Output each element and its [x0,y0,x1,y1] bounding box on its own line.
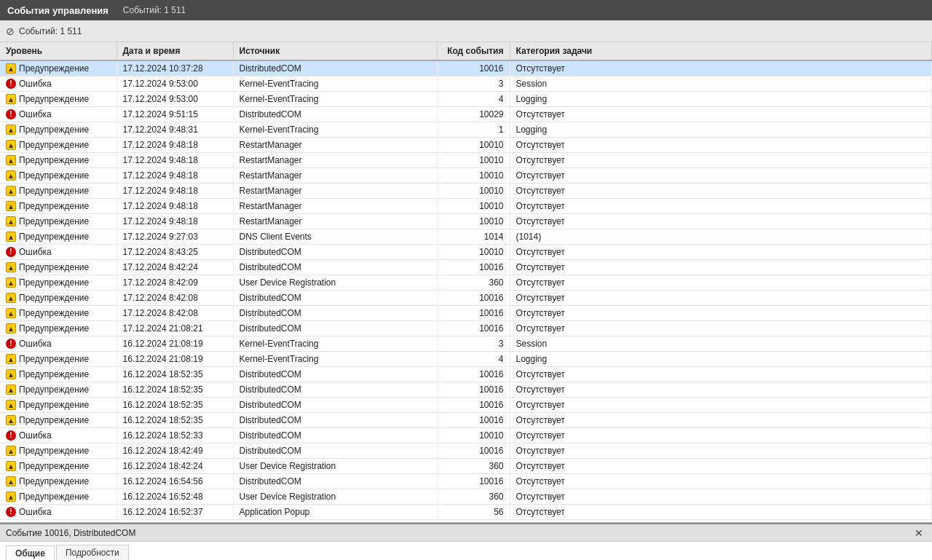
table-row[interactable]: !Ошибка17.12.2024 8:43:25DistributedCOM1… [0,245,932,260]
table-row[interactable]: ▲Предупреждение16.12.2024 18:52:35Distri… [0,382,932,398]
cell-level: ▲Предупреждение [0,474,116,489]
col-datetime[interactable]: Дата и время [116,42,233,60]
error-icon: ! [6,109,16,119]
col-task-category[interactable]: Категория задачи [510,42,932,60]
cell-event-code: 10010 [437,199,510,214]
cell-datetime: 16.12.2024 18:42:49 [116,443,233,459]
table-row[interactable]: ▲Предупреждение17.12.2024 9:27:03DNS Cli… [0,229,932,245]
cell-datetime: 17.12.2024 9:53:00 [116,92,233,107]
cell-level: ▲Предупреждение [0,168,116,184]
level-label: Ошибка [19,79,52,89]
cell-task-category: Отсутствует [510,107,932,122]
col-event-code[interactable]: Код события [437,42,510,60]
tab-general[interactable]: Общие [6,545,55,560]
level-label: Предупреждение [19,400,89,410]
cell-event-code: 10016 [437,474,510,489]
table-row[interactable]: ▲Предупреждение16.12.2024 16:52:48User D… [0,489,932,505]
table-row[interactable]: ▲Предупреждение16.12.2024 18:42:24User D… [0,459,932,474]
table-row[interactable]: !Ошибка16.12.2024 21:08:19Kernel-EventTr… [0,336,932,352]
level-label: Предупреждение [19,415,89,425]
table-row[interactable]: ▲Предупреждение16.12.2024 16:54:56Distri… [0,474,932,489]
warning-icon: ▲ [6,140,16,150]
cell-level: !Ошибка [0,505,116,520]
table-row[interactable]: !Ошибка17.12.2024 9:53:00Kernel-EventTra… [0,76,932,92]
tab-details[interactable]: Подробности [56,545,129,560]
level-label: Предупреждение [19,384,89,395]
cell-source: DistributedCOM [233,321,437,336]
cell-task-category: Logging [510,122,932,138]
cell-task-category: Отсутствует [510,443,932,459]
cell-source: DistributedCOM [233,474,437,489]
cell-datetime: 17.12.2024 9:48:18 [116,153,233,168]
event-total-count: Событий: 1 511 [123,5,186,15]
table-row[interactable]: ▲Предупреждение16.12.2024 18:42:49Distri… [0,443,932,459]
table-row[interactable]: !Ошибка17.12.2024 9:51:15DistributedCOM1… [0,107,932,122]
table-row[interactable]: ▲Предупреждение17.12.2024 8:42:08Distrib… [0,306,932,321]
cell-task-category: Отсутствует [510,413,932,428]
cell-datetime: 17.12.2024 9:48:18 [116,199,233,214]
table-row[interactable]: ▲Предупреждение17.12.2024 8:42:24Distrib… [0,260,932,275]
close-button[interactable]: ✕ [912,527,926,539]
cell-level: !Ошибка [0,336,116,352]
table-row[interactable]: !Ошибка16.12.2024 16:52:37Application Po… [0,505,932,520]
cell-task-category: Отсутствует [510,382,932,398]
level-label: Предупреждение [19,308,89,318]
cell-task-category: Отсутствует [510,306,932,321]
cell-task-category: Отсутствует [510,398,932,413]
table-row[interactable]: ▲Предупреждение17.12.2024 9:48:18Restart… [0,138,932,153]
level-label: Предупреждение [19,201,89,211]
table-header-row: Уровень Дата и время Источник Код событи… [0,42,932,60]
level-label: Предупреждение [19,476,89,486]
app-title: События управления [7,5,108,16]
cell-task-category: Отсутствует [510,275,932,291]
cell-task-category: Отсутствует [510,459,932,474]
table-row[interactable]: ▲Предупреждение16.12.2024 18:52:35Distri… [0,367,932,382]
warning-icon: ▲ [6,125,16,135]
level-label: Ошибка [19,430,52,441]
cell-event-code: 10010 [437,245,510,260]
cell-event-code: 4 [437,352,510,367]
level-label: Предупреждение [19,323,89,334]
warning-icon: ▲ [6,201,16,211]
table-row[interactable]: !Ошибка16.12.2024 18:52:33DistributedCOM… [0,428,932,443]
cell-datetime: 17.12.2024 9:53:00 [116,76,233,92]
table-row[interactable]: ▲Предупреждение16.12.2024 21:08:19Kernel… [0,352,932,367]
col-source[interactable]: Источник [233,42,437,60]
cell-task-category: (1014) [510,229,932,245]
cell-event-code: 4 [437,92,510,107]
cell-event-code: 360 [437,459,510,474]
table-row[interactable]: ▲Предупреждение17.12.2024 9:48:18Restart… [0,153,932,168]
table-row[interactable]: ▲Предупреждение17.12.2024 9:48:18Restart… [0,168,932,184]
table-body: ▲Предупреждение17.12.2024 10:37:28Distri… [0,60,932,523]
cell-level: ▲Предупреждение [0,275,116,291]
level-label: Предупреждение [19,293,89,303]
table-row[interactable]: ▲Предупреждение17.12.2024 10:37:28Distri… [0,60,932,76]
table-row[interactable]: ▲Предупреждение17.12.2024 9:48:18Restart… [0,184,932,199]
cell-level: ▲Предупреждение [0,214,116,229]
level-label: Предупреждение [19,232,89,242]
table-row[interactable]: ▲Предупреждение16.12.2024 18:52:35Distri… [0,398,932,413]
cell-task-category: Отсутствует [510,245,932,260]
table-row[interactable]: ▲Предупреждение17.12.2024 9:53:00Kernel-… [0,92,932,107]
warning-icon: ▲ [6,277,16,288]
cell-task-category: Отсутствует [510,168,932,184]
table-row[interactable]: ▲Предупреждение16.12.2024 18:52:35Distri… [0,413,932,428]
level-label: Предупреждение [19,125,89,135]
cell-source: DistributedCOM [233,382,437,398]
events-table-container[interactable]: Уровень Дата и время Источник Код событи… [0,42,932,523]
table-row[interactable]: ▲Предупреждение17.12.2024 9:48:18Restart… [0,199,932,214]
cell-event-code: 10016 [437,291,510,306]
table-row[interactable]: ▲Предупреждение17.12.2024 9:48:31Kernel-… [0,122,932,138]
warning-icon: ▲ [6,94,16,104]
filter-icon[interactable]: ⊘ [6,25,15,37]
warning-icon: ▲ [6,415,16,425]
table-row[interactable]: ▲Предупреждение17.12.2024 9:48:18Restart… [0,214,932,229]
table-row[interactable]: ▲Предупреждение17.12.2024 21:08:21Distri… [0,321,932,336]
level-label: Предупреждение [19,94,89,104]
table-row[interactable]: ▲Предупреждение17.12.2024 8:42:08Distrib… [0,291,932,306]
bottom-tabs: Общие Подробности [0,542,932,560]
level-label: Ошибка [19,507,52,517]
table-row[interactable]: ▲Предупреждение17.12.2024 8:42:09User De… [0,275,932,291]
cell-event-code: 10010 [437,168,510,184]
col-level[interactable]: Уровень [0,42,116,60]
